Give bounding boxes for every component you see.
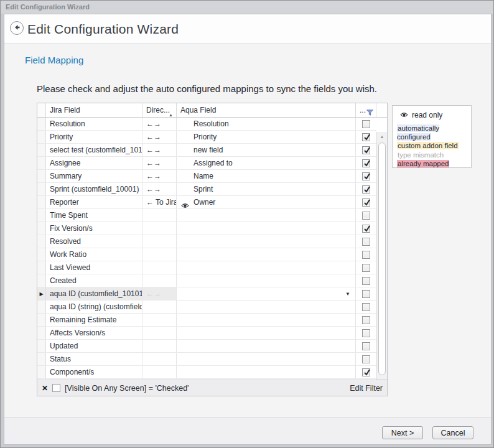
direction-cell[interactable]: ←→ <box>142 183 177 195</box>
jira-field-cell[interactable]: Updated <box>46 340 142 352</box>
visible-checkbox-cell[interactable] <box>356 366 376 378</box>
jira-field-cell[interactable]: select test (customfield_101... <box>46 144 142 156</box>
jira-field-cell[interactable]: aqua ID (customfield_10101) <box>46 287 142 300</box>
visible-checkbox-cell[interactable] <box>356 248 376 261</box>
visible-on-any-screen-checkbox[interactable] <box>362 172 370 180</box>
jira-field-cell[interactable]: Resolution <box>46 118 142 130</box>
vertical-scrollbar[interactable]: ▲ ▼ <box>376 132 387 380</box>
table-row[interactable]: Updated <box>37 340 376 353</box>
aqua-field-cell[interactable] <box>177 353 356 365</box>
aqua-field-cell[interactable] <box>177 209 356 222</box>
aqua-field-cell[interactable]: Sprint <box>177 183 356 195</box>
aqua-field-cell[interactable]: Priority <box>177 131 356 143</box>
table-row[interactable]: aqua ID (string) (customfield... <box>37 301 376 314</box>
direction-cell[interactable]: ←→ <box>142 287 177 300</box>
direction-cell[interactable]: ←→ <box>142 157 177 169</box>
visible-checkbox-cell[interactable] <box>356 314 376 326</box>
direction-cell[interactable] <box>142 314 177 326</box>
direction-cell[interactable] <box>142 353 177 365</box>
jira-field-cell[interactable]: Work Ratio <box>46 248 142 261</box>
visible-on-any-screen-checkbox[interactable] <box>362 185 370 194</box>
visible-on-any-screen-checkbox[interactable] <box>362 251 370 259</box>
table-row[interactable]: Resolution ←→ Resolution <box>37 118 376 131</box>
window-titlebar[interactable]: Edit Configuration Wizard <box>1 1 493 14</box>
visible-on-any-screen-checkbox[interactable] <box>362 146 370 154</box>
table-row[interactable]: Status <box>37 353 376 366</box>
jira-field-cell[interactable]: Resolved <box>46 235 142 248</box>
table-row[interactable]: Work Ratio <box>37 248 376 261</box>
table-row[interactable]: Reporter ← To Jira Owner <box>37 196 376 209</box>
visible-checkbox-cell[interactable] <box>356 157 376 169</box>
visible-checkbox-cell[interactable] <box>356 340 376 352</box>
visible-checkbox-cell[interactable] <box>356 301 376 313</box>
jira-field-cell[interactable]: Affects Version/s <box>46 327 142 339</box>
direction-cell[interactable] <box>142 301 177 313</box>
visible-checkbox-cell[interactable] <box>356 274 376 287</box>
jira-field-cell[interactable]: aqua ID (string) (customfield... <box>46 301 142 313</box>
header-jira-field[interactable]: Jira Field <box>46 103 142 117</box>
visible-checkbox-cell[interactable] <box>356 170 376 182</box>
visible-checkbox-cell[interactable] <box>356 144 376 156</box>
visible-checkbox-cell[interactable] <box>356 209 376 222</box>
scroll-up-icon[interactable]: ▲ <box>377 132 387 141</box>
aqua-field-cell[interactable]: Name <box>177 170 356 182</box>
aqua-field-cell[interactable]: new field <box>177 144 356 156</box>
aqua-field-cell[interactable] <box>177 222 356 235</box>
direction-cell[interactable] <box>142 248 177 261</box>
aqua-field-cell[interactable]: ▼ <box>177 287 356 300</box>
visible-checkbox-cell[interactable] <box>356 118 376 130</box>
direction-cell[interactable] <box>142 261 177 274</box>
header-direction[interactable]: Direc... ▲ <box>142 103 177 117</box>
table-row[interactable]: Priority ←→ Priority <box>37 131 376 144</box>
visible-on-any-screen-checkbox[interactable] <box>362 120 370 128</box>
jira-field-cell[interactable]: Time Spent <box>46 209 142 222</box>
visible-on-any-screen-checkbox[interactable] <box>362 368 370 376</box>
table-row[interactable]: Component/s <box>37 366 376 379</box>
jira-field-cell[interactable]: Summary <box>46 170 142 182</box>
jira-field-cell[interactable]: Reporter <box>46 196 142 208</box>
jira-field-cell[interactable]: Created <box>46 274 142 287</box>
table-row[interactable]: Resolved <box>37 235 376 248</box>
table-row[interactable]: Affects Version/s <box>37 327 376 340</box>
visible-on-any-screen-checkbox[interactable] <box>362 303 370 311</box>
back-button[interactable] <box>10 21 24 35</box>
visible-on-any-screen-checkbox[interactable] <box>362 329 370 337</box>
table-row[interactable]: Created <box>37 274 376 287</box>
visible-checkbox-cell[interactable] <box>356 196 376 208</box>
table-row[interactable]: Last Viewed <box>37 261 376 274</box>
visible-checkbox-cell[interactable] <box>356 327 376 339</box>
cancel-button[interactable]: Cancel <box>432 426 473 439</box>
visible-checkbox-cell[interactable] <box>356 131 376 143</box>
visible-checkbox-cell[interactable] <box>356 183 376 195</box>
aqua-field-cell[interactable] <box>177 274 356 287</box>
table-row[interactable]: Assignee ←→ Assigned to <box>37 157 376 170</box>
next-button[interactable]: Next > <box>382 426 423 439</box>
visible-checkbox-cell[interactable] <box>356 261 376 274</box>
aqua-field-cell[interactable] <box>177 301 356 313</box>
header-visible-checkbox[interactable]: ... <box>356 103 376 117</box>
table-row[interactable]: Summary ←→ Name <box>37 170 376 183</box>
dropdown-arrow-icon[interactable]: ▼ <box>345 287 350 300</box>
direction-cell[interactable]: ← To Jira <box>142 196 177 208</box>
visible-on-any-screen-checkbox[interactable] <box>362 159 370 167</box>
visible-on-any-screen-checkbox[interactable] <box>362 355 370 363</box>
jira-field-cell[interactable]: Priority <box>46 131 142 143</box>
aqua-field-cell[interactable]: Owner <box>177 196 356 208</box>
direction-cell[interactable]: ←→ <box>142 144 177 156</box>
table-row[interactable]: select test (customfield_101... ←→ new f… <box>37 144 376 157</box>
jira-field-cell[interactable]: Fix Version/s <box>46 222 142 235</box>
direction-cell[interactable]: ←→ <box>142 170 177 182</box>
visible-on-any-screen-checkbox[interactable] <box>362 225 370 233</box>
aqua-field-cell[interactable] <box>177 327 356 339</box>
jira-field-cell[interactable]: Sprint (customfield_10001) <box>46 183 142 195</box>
direction-cell[interactable] <box>142 209 177 222</box>
table-row[interactable]: Time Spent <box>37 209 376 222</box>
table-row[interactable]: ▶ aqua ID (customfield_10101) ←→ ▼ <box>37 287 376 301</box>
scrollbar-thumb[interactable] <box>378 142 386 375</box>
aqua-field-cell[interactable] <box>177 235 356 248</box>
direction-cell[interactable] <box>142 274 177 287</box>
visible-on-any-screen-checkbox[interactable] <box>362 290 370 298</box>
direction-cell[interactable]: ←→ <box>142 131 177 143</box>
table-row[interactable]: Remaining Estimate <box>37 314 376 327</box>
visible-on-any-screen-checkbox[interactable] <box>362 198 370 207</box>
